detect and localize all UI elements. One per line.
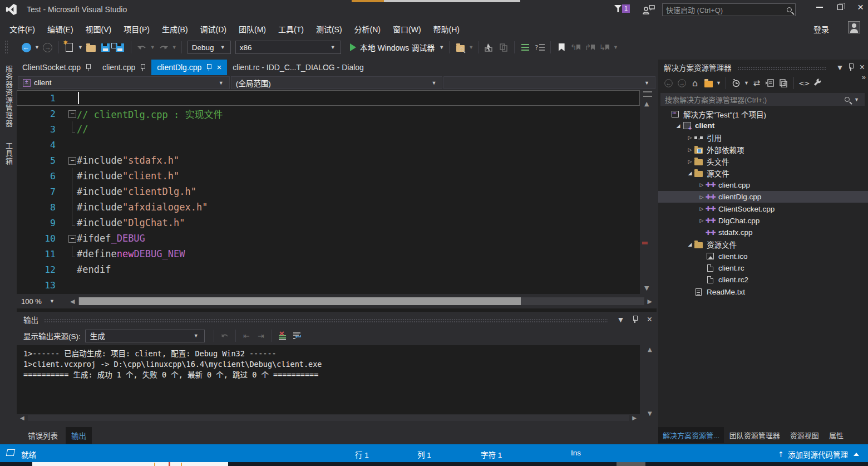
view-code-icon[interactable]: <> [798, 77, 810, 89]
open-file-button[interactable] [85, 41, 98, 54]
close-panel-icon[interactable]: × [860, 62, 865, 72]
tree-item-client.ico[interactable]: client.ico [658, 251, 868, 262]
find-message-button[interactable] [218, 329, 231, 342]
document-tab-client.rc[interactable]: client.rc - IDD_C...T_DIALOG - Dialog [227, 60, 369, 75]
expander-open-icon[interactable]: ◢ [686, 242, 694, 247]
scrollbar-thumb[interactable] [79, 297, 520, 305]
menu-item-h[interactable]: 帮助(H) [427, 21, 466, 37]
close-button[interactable]: × [857, 3, 864, 11]
scroll-right-arrow[interactable]: ▶ [648, 298, 652, 305]
feedback-icon[interactable] [643, 4, 655, 14]
switch-views-dropdown[interactable]: ▼ [716, 80, 721, 86]
pin-icon[interactable] [140, 64, 146, 71]
navigate-back-button[interactable]: ← [19, 41, 33, 54]
select-element-button[interactable] [482, 41, 496, 54]
filter-dropdown[interactable]: ▼ [744, 80, 749, 86]
previous-bookmark-button[interactable]: ↰ [569, 41, 583, 54]
code-line-11[interactable]: 11#define new DEBUG_NEW [17, 246, 640, 262]
document-tab-client.cpp[interactable]: client.cpp [97, 60, 151, 75]
output-scroll-down[interactable]: ▼ [648, 410, 652, 416]
code-line-4[interactable]: 4 [17, 137, 640, 153]
code-line-12[interactable]: 12#endif [17, 262, 640, 277]
collapse-all-button[interactable] [764, 77, 776, 89]
switch-views-button[interactable] [702, 77, 714, 89]
pin-icon[interactable] [85, 64, 91, 71]
show-all-files-button[interactable] [777, 77, 790, 89]
menu-item-n[interactable]: 分析(N) [348, 21, 387, 37]
code-line-1[interactable]: 1 [17, 90, 640, 106]
code-line-9[interactable]: 9#include "DlgChat.h" [17, 215, 640, 230]
user-avatar[interactable] [848, 21, 860, 33]
toggle-bookmark-button[interactable] [555, 41, 568, 54]
minimize-button[interactable] [816, 7, 823, 8]
solution-configuration-dropdown[interactable]: Debug ▼ [188, 41, 231, 54]
code-line-8[interactable]: 8#include "afxdialogex.h" [17, 199, 640, 215]
document-tab-clientDlg.cpp[interactable]: clientDlg.cpp× [151, 60, 227, 75]
se-back-button[interactable]: ← [662, 77, 674, 89]
tree-item-client.rc[interactable]: client.rc [658, 262, 868, 274]
search-dropdown[interactable]: ▼ [854, 97, 859, 102]
solution-platform-dropdown[interactable]: x86 ▼ [235, 41, 341, 54]
members-dropdown[interactable]: ▼ [443, 76, 655, 89]
menu-item-m[interactable]: 团队(M) [233, 21, 272, 37]
pin-panel-icon[interactable] [848, 63, 854, 72]
panel-tab-3[interactable]: 属性 [825, 427, 848, 443]
scroll-down-arrow[interactable]: ▼ [644, 284, 649, 292]
scope-dropdown[interactable]: (全局范围) ▼ [231, 76, 443, 89]
se-forward-button[interactable]: → [675, 77, 688, 89]
output-scroll-up[interactable]: ▲ [648, 346, 652, 352]
menu-item-s[interactable]: 测试(S) [310, 21, 348, 37]
next-message-button[interactable]: ⇥ [254, 329, 268, 342]
menu-item-t[interactable]: 工具(T) [272, 21, 310, 37]
expander-open-icon[interactable]: ◢ [686, 170, 694, 176]
left-tool-tab-0[interactable]: 服务器资源管理器 [3, 62, 14, 131]
search-icon[interactable] [845, 97, 850, 102]
types-dropdown[interactable]: client ▼ [18, 76, 230, 89]
tree-item-[interactable]: ▷引用 [658, 132, 868, 144]
editor-zoom-dropdown[interactable]: 100 % ▼ [17, 295, 65, 307]
scroll-up-arrow[interactable]: ▲ [644, 100, 649, 107]
comment-lines-button[interactable]: ? [533, 41, 546, 54]
close-tab-icon[interactable]: × [216, 64, 221, 71]
output-source-dropdown[interactable]: 生成 ▼ [85, 330, 205, 342]
redo-button[interactable] [157, 41, 170, 54]
start-debugging-button[interactable]: 本地 Windows 调试器 ▼ [350, 41, 446, 54]
redo-dropdown[interactable]: ▼ [172, 45, 177, 50]
tree-item-client.rc2[interactable]: client.rc2 [658, 274, 868, 286]
clear-bookmarks-button[interactable]: ↳ [598, 41, 611, 54]
expander-closed-icon[interactable]: ▷ [698, 194, 706, 200]
properties-wrench-icon[interactable] [811, 77, 823, 89]
editor-splitter-handle[interactable] [643, 91, 652, 97]
output-scroll-left[interactable]: ◀ [20, 415, 24, 421]
panel-tab-0[interactable]: 解决方案资源管... [658, 427, 724, 443]
code-line-2[interactable]: 2// clientDlg.cpp : 实现文件 [17, 106, 640, 121]
find-in-files-button[interactable] [453, 41, 467, 54]
left-tool-tab-1[interactable]: 工具箱 [3, 139, 14, 169]
sign-in-link[interactable]: 登录 [813, 23, 829, 35]
restore-button[interactable] [837, 4, 843, 10]
fold-collapse-icon[interactable] [68, 106, 77, 121]
home-icon[interactable]: ⌂ [689, 77, 701, 89]
new-project-button[interactable] [63, 41, 76, 54]
tree-item-[interactable]: ▷头文件 [658, 155, 868, 167]
fold-collapse-icon[interactable] [68, 153, 77, 168]
close-panel-icon[interactable]: × [647, 315, 652, 325]
search-icon[interactable] [787, 7, 792, 12]
menu-item-p[interactable]: 项目(P) [117, 21, 156, 37]
window-position-dropdown[interactable]: ▼ [837, 64, 842, 71]
code-line-7[interactable]: 7#include "clientDlg.h" [17, 184, 640, 199]
menu-item-b[interactable]: 生成(B) [156, 21, 194, 37]
solution-search-box[interactable]: 搜索解决方案资源管理器(Ctrl+;) ▼ [660, 93, 865, 106]
code-line-3[interactable]: 3// [17, 121, 640, 137]
code-line-5[interactable]: 5#include "stdafx.h" [17, 153, 640, 168]
sync-with-active-document-icon[interactable]: ⇄ [751, 77, 763, 89]
fold-collapse-icon[interactable] [68, 230, 77, 246]
indent-lines-button[interactable] [519, 41, 532, 54]
code-line-6[interactable]: 6#include "client.h" [17, 168, 640, 184]
tree-item-ClientSocket.cpp[interactable]: ▷✚✚ClientSocket.cpp [658, 203, 868, 214]
expander-open-icon[interactable]: ◢ [674, 123, 682, 129]
bottom-tab-errorlist[interactable]: 错误列表 [22, 427, 63, 444]
code-line-10[interactable]: 10#ifdef _DEBUG [17, 230, 640, 246]
code-editor[interactable]: 12// clientDlg.cpp : 实现文件3//45#include "… [17, 90, 640, 294]
pin-icon[interactable] [206, 64, 212, 71]
